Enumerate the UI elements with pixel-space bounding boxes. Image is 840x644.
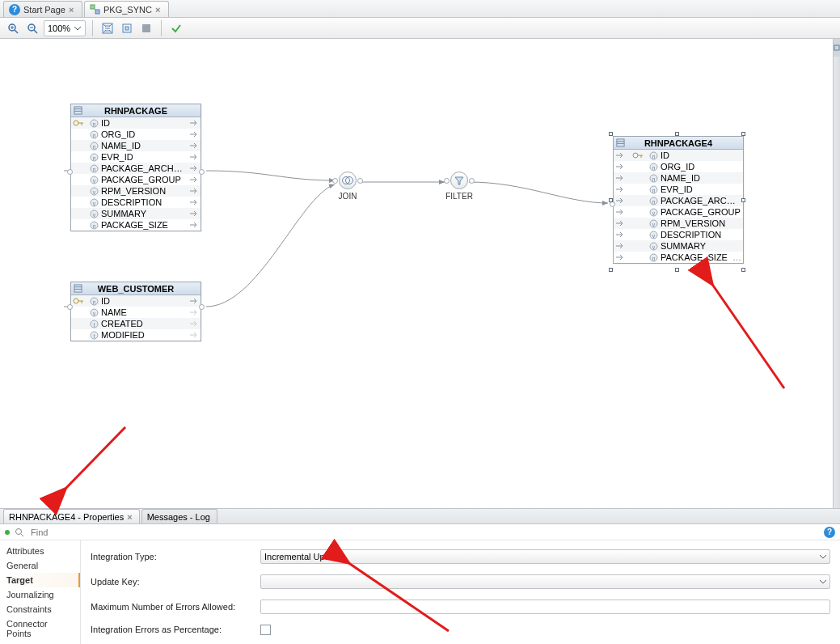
entity-title: RHNPACKAGE4 [644,138,712,148]
tab-start-page[interactable]: ? Start Page × [3,1,82,17]
column-row[interactable]: nNAME_ID [71,140,201,151]
column-row[interactable]: nID [71,295,201,307]
max-errors-input[interactable] [260,600,830,614]
column-row[interactable]: vRPM_VERSION [71,185,201,197]
svg-point-86 [16,528,22,534]
input-port[interactable] [67,304,73,310]
column-row[interactable]: nPACKAGE_ARCH_ID [614,195,743,206]
zoom-in-button[interactable] [5,20,21,36]
tab-close-icon[interactable]: × [69,5,77,15]
input-port[interactable] [444,178,450,184]
column-row[interactable]: nID [614,150,743,161]
column-row[interactable]: vPACKAGE_GROUP [71,174,201,185]
arrow-right-icon [615,197,625,205]
selection-handle[interactable] [675,132,679,136]
cat-attributes[interactable]: Attributes [0,544,80,558]
arrow-right-icon [189,187,199,195]
toolbar-separator [161,20,162,36]
selection-handle[interactable] [741,268,745,272]
cat-constraints[interactable]: Constraints [0,602,80,616]
output-port[interactable] [357,178,363,184]
selection-handle[interactable] [609,132,613,136]
column-icon: n [649,197,658,205]
tab-messages-log[interactable]: Messages - Log [141,509,217,523]
svg-rect-58 [617,139,624,146]
column-row[interactable]: nPACKAGE_ARCH_ID [71,163,201,174]
source-web-customer[interactable]: WEB_CUSTOMER nID vNAME tCREATED tMODIFIE… [70,282,201,341]
input-port[interactable] [610,201,615,207]
integration-type-select[interactable]: Incremental Update [260,549,830,564]
help-icon: ? [9,4,20,15]
pk-icon [73,119,84,127]
svg-text:n: n [652,198,656,204]
update-key-select[interactable] [260,574,830,589]
fit-button[interactable] [138,20,154,36]
column-row[interactable]: nID [71,117,201,129]
column-row[interactable]: vSUMMARY [614,240,743,252]
zoom-out-button[interactable] [24,20,40,36]
mapping-canvas[interactable]: RHNPACKAGE nID nORG_ID nNAME_ID nEVR_ID … [0,39,840,508]
tab-close-icon[interactable]: × [155,5,163,15]
tab-pkg-sync[interactable]: PKG_SYNC × [84,1,169,17]
svg-rect-84 [834,45,839,50]
selection-handle[interactable] [609,198,613,202]
cat-target[interactable]: Target [0,573,80,587]
column-icon: n [90,221,99,230]
column-row[interactable]: tMODIFIED [71,329,201,341]
restore-right-panel-button[interactable] [834,39,840,57]
output-port[interactable] [199,169,205,175]
filter-node[interactable]: FILTER [443,172,475,201]
expand-all-button[interactable] [99,20,116,36]
column-row[interactable]: nEVR_ID [71,151,201,163]
selection-handle[interactable] [741,132,745,136]
output-port[interactable] [199,304,205,310]
column-row[interactable]: nNAME_ID [614,172,743,184]
validate-button[interactable] [168,20,184,36]
zoom-level-select[interactable]: 100% [44,20,86,36]
column-row[interactable]: nORG_ID [71,129,201,140]
entity-title: RHNPACKAGE [104,106,167,116]
column-row[interactable]: nPACKAGE_SIZE [71,219,201,231]
column-row[interactable]: vRPM_VERSION [614,218,743,229]
input-port[interactable] [332,178,338,184]
output-port[interactable] [469,178,475,184]
collapse-button[interactable] [119,20,135,36]
svg-rect-1 [95,10,99,14]
svg-line-4 [15,30,18,33]
column-row[interactable]: nPACKAGE_SIZE… [614,252,743,263]
properties-find-input[interactable] [29,527,819,538]
selection-handle[interactable] [609,268,613,272]
cat-journalizing[interactable]: Journalizing [0,587,80,602]
column-row[interactable]: nEVR_ID [614,184,743,195]
arrow-right-icon [189,210,199,218]
svg-text:v: v [652,210,656,215]
svg-rect-16 [74,107,82,114]
input-port[interactable] [67,169,73,175]
cat-general[interactable]: General [0,558,80,573]
column-row[interactable]: nORG_ID [614,161,743,172]
entity-header: RHNPACKAGE [71,104,201,117]
tab-properties[interactable]: RHNPACKAGE4 - Properties × [3,509,140,523]
column-icon: v [90,210,99,218]
column-icon: n [649,163,658,172]
status-dot-icon [5,530,10,535]
target-rhnpackage4[interactable]: RHNPACKAGE4 nID nORG_ID nNAME_ID nEVR_ID… [613,136,744,264]
column-row[interactable]: vNAME [71,307,201,318]
column-row[interactable]: vPACKAGE_GROUP [614,206,743,218]
column-row[interactable]: vDESCRIPTION [71,197,201,208]
svg-text:n: n [93,222,96,228]
selection-handle[interactable] [741,198,745,202]
column-row[interactable]: vSUMMARY [71,208,201,219]
source-rhnpackage[interactable]: RHNPACKAGE nID nORG_ID nNAME_ID nEVR_ID … [70,104,201,231]
selection-handle[interactable] [675,268,679,272]
target-form: Integration Type: Incremental Update Upd… [81,540,840,644]
help-icon[interactable]: ? [824,527,835,538]
filter-icon [454,175,465,186]
cat-connector-points[interactable]: Connector Points [0,616,80,641]
join-node[interactable]: JOIN [331,172,364,201]
column-row[interactable]: tCREATED [71,318,201,329]
tab-close-icon[interactable]: × [127,512,132,522]
column-icon: v [649,231,658,239]
column-row[interactable]: vDESCRIPTION [614,229,743,240]
errors-pct-checkbox[interactable] [260,625,271,635]
